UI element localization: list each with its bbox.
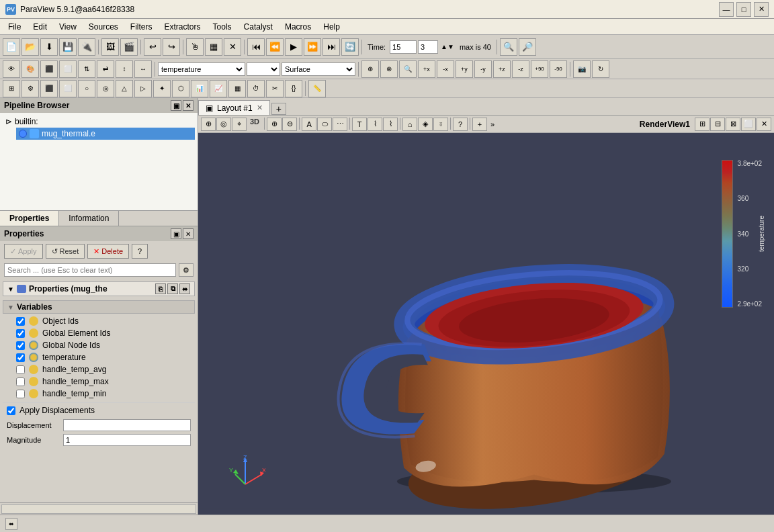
tb3-prop-button[interactable]: ⚙ xyxy=(22,80,39,97)
apply-button[interactable]: ✓ Apply xyxy=(4,244,43,259)
vt-reset-button[interactable]: ⊕ xyxy=(201,118,216,131)
collapse-icon[interactable]: ▼ xyxy=(7,285,14,293)
tb3-cube3-button[interactable]: ⬛ xyxy=(40,80,58,97)
colormap-select[interactable]: temperature xyxy=(158,62,245,76)
var-checkbox-temperature[interactable] xyxy=(16,353,25,362)
help-button[interactable]: ? xyxy=(132,244,148,259)
frame-input[interactable] xyxy=(418,40,438,54)
var-checkbox-object-ids[interactable] xyxy=(16,317,25,326)
vt-query-button[interactable]: ? xyxy=(453,118,468,131)
vcrloop-button[interactable]: 🔄 xyxy=(341,38,359,56)
tb3-star-button[interactable]: ✦ xyxy=(153,80,171,97)
tb2-orient-button[interactable]: +x xyxy=(418,60,435,78)
vt-select1-button[interactable]: A xyxy=(302,118,316,131)
colormap-extra-select[interactable] xyxy=(247,62,280,76)
vt-view-split-h-button[interactable]: ⊟ xyxy=(710,118,725,131)
delete-all-button[interactable]: ✕ xyxy=(224,38,241,56)
prop-close-button[interactable]: ✕ xyxy=(183,228,194,239)
vt-view-maximize-button[interactable]: ⬜ xyxy=(741,118,756,131)
tb2-arrows3-button[interactable]: ↕ xyxy=(116,60,133,78)
close-button[interactable]: ✕ xyxy=(754,2,769,17)
menu-edit[interactable]: Edit xyxy=(28,21,52,33)
tb3-circle2-button[interactable]: ◎ xyxy=(97,80,114,97)
new-button[interactable]: 📄 xyxy=(3,38,20,56)
var-checkbox-global-node-ids[interactable] xyxy=(16,341,25,350)
var-checkbox-handle-avg[interactable] xyxy=(16,365,25,374)
record-button[interactable]: 🎬 xyxy=(120,38,138,56)
tb2-cube2-button[interactable]: ⬜ xyxy=(59,60,77,78)
tb3-time-button[interactable]: ⏱ xyxy=(247,80,265,97)
menu-catalyst[interactable]: Catalyst xyxy=(239,21,278,33)
tb2-orient-negz-button[interactable]: -z xyxy=(512,60,529,78)
vt-camera-minus-button[interactable]: ⊖ xyxy=(282,118,297,131)
search-settings-button[interactable]: ⚙ xyxy=(179,263,194,277)
vcrnext-button[interactable]: ⏩ xyxy=(304,38,321,56)
tb3-ruler-button[interactable]: 📏 xyxy=(308,80,326,97)
tb3-chart-button[interactable]: 📊 xyxy=(191,80,208,97)
vt-view-split-v-button[interactable]: ⊠ xyxy=(726,118,740,131)
tb2-orienty-button[interactable]: +y xyxy=(456,60,473,78)
tb3-circle-button[interactable]: ○ xyxy=(78,80,95,97)
vt-select2-button[interactable]: ⬭ xyxy=(317,118,332,131)
reset-button[interactable]: ↺ Reset xyxy=(46,244,85,259)
tb2-manip2-button[interactable]: ⊗ xyxy=(380,60,398,78)
tb3-braces-button[interactable]: {} xyxy=(285,80,302,97)
vt-annotate3-button[interactable]: ⌇ xyxy=(383,118,398,131)
tb3-cube4-button[interactable]: ⬜ xyxy=(59,80,77,97)
vt-zoom-button[interactable]: ◎ xyxy=(216,118,231,131)
minimize-button[interactable]: — xyxy=(719,2,734,17)
tb2-arrows-button[interactable]: ⇅ xyxy=(78,60,95,78)
tb2-orient-negy-button[interactable]: -y xyxy=(474,60,492,78)
delete-button[interactable]: ✕ Delete xyxy=(87,244,129,259)
interact-button[interactable]: 🖱 xyxy=(186,38,204,56)
vt-orient-button[interactable]: ⌖ xyxy=(232,118,247,131)
menu-filters[interactable]: Filters xyxy=(125,21,158,33)
menu-view[interactable]: View xyxy=(54,21,82,33)
tb3-tri2-button[interactable]: ▷ xyxy=(134,80,152,97)
menu-extractors[interactable]: Extractors xyxy=(159,21,206,33)
tb3-hex-button[interactable]: ⬡ xyxy=(172,80,189,97)
prop-copy-button[interactable]: ⎘ xyxy=(155,283,166,294)
tb2-orient-neg-button[interactable]: -x xyxy=(437,60,454,78)
find-button[interactable]: 🔎 xyxy=(519,38,536,56)
section-collapse-icon[interactable]: ▼ xyxy=(7,304,14,311)
screenshot-button[interactable]: 🖼 xyxy=(101,38,119,56)
tab-close-button[interactable]: ✕ xyxy=(257,103,263,112)
eye-button[interactable]: 👁 xyxy=(3,60,20,78)
status-expand-button[interactable]: ⬌ xyxy=(5,518,17,530)
vt-annotate2-button[interactable]: ⌇ xyxy=(368,118,382,131)
vcrfirst-button[interactable]: ⏮ xyxy=(247,38,265,56)
tb2-manip-button[interactable]: ⊕ xyxy=(361,60,379,78)
tab-information[interactable]: Information xyxy=(59,211,119,226)
render-options-button[interactable]: 🎨 xyxy=(22,60,39,78)
apply-displacements-checkbox[interactable] xyxy=(7,406,15,415)
menu-tools[interactable]: Tools xyxy=(208,21,237,33)
expand-icon[interactable]: » xyxy=(488,120,497,128)
tb3-plot-button[interactable]: 📈 xyxy=(210,80,227,97)
add-layout-button[interactable]: + xyxy=(271,103,286,115)
vt-light3-button[interactable]: ⍤ xyxy=(433,118,448,131)
pb-eye-icon[interactable] xyxy=(19,130,27,138)
menu-file[interactable]: File xyxy=(3,21,26,33)
vt-light1-button[interactable]: ⌂ xyxy=(402,118,417,131)
tb2-orient90-button[interactable]: +90 xyxy=(531,60,548,78)
var-checkbox-handle-min[interactable] xyxy=(16,390,25,398)
load-state-button[interactable]: ⬇ xyxy=(40,38,58,56)
tb2-camera-button[interactable]: 📷 xyxy=(573,60,591,78)
maximize-button[interactable]: □ xyxy=(736,2,751,17)
open-button[interactable]: 📂 xyxy=(22,38,39,56)
prop-restore-button[interactable]: ▣ xyxy=(171,228,181,239)
tb3-tri-button[interactable]: △ xyxy=(116,80,133,97)
undo-button[interactable]: ↩ xyxy=(144,38,161,56)
tb2-arrows4-button[interactable]: ↔ xyxy=(134,60,152,78)
tb3-extract-button[interactable]: ⊞ xyxy=(3,80,20,97)
redo-button[interactable]: ↪ xyxy=(163,38,180,56)
tb2-zoom-button[interactable]: 🔍 xyxy=(399,60,417,78)
vt-light2-button[interactable]: ◈ xyxy=(418,118,433,131)
vt-camera-plus-button[interactable]: ⊕ xyxy=(267,118,282,131)
magnitude-input[interactable] xyxy=(63,434,191,446)
render-view[interactable]: 3.8e+02 360 340 320 2.9e+02 temperature xyxy=(198,133,774,515)
pb-restore-button[interactable]: ▣ xyxy=(171,100,181,111)
vt-view-close-button[interactable]: ✕ xyxy=(757,118,771,131)
vcrprev-button[interactable]: ⏪ xyxy=(266,38,284,56)
